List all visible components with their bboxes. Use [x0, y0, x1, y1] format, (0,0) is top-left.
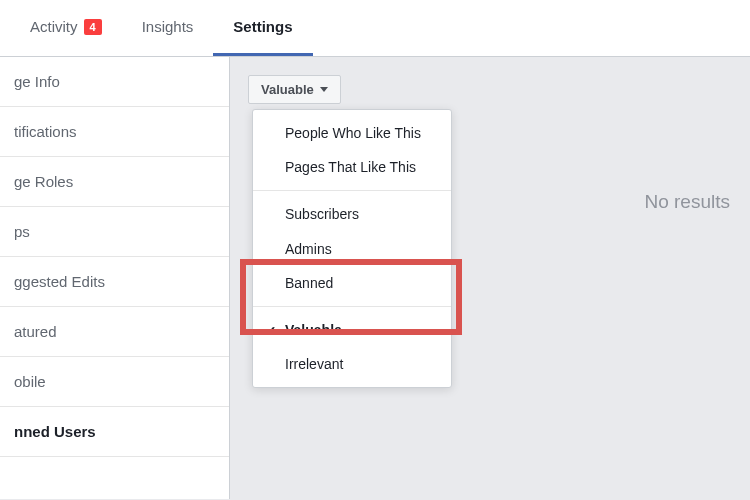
dropdown-button-label: Valuable — [261, 82, 314, 97]
sidebar-item-label: atured — [14, 323, 57, 340]
sidebar-item-label: tifications — [14, 123, 77, 140]
filter-dropdown-button[interactable]: Valuable — [248, 75, 341, 104]
sidebar-item-apps[interactable]: ps — [0, 207, 229, 257]
dropdown-item-label: Irrelevant — [285, 356, 343, 372]
tab-activity[interactable]: Activity 4 — [10, 0, 122, 56]
sidebar-item-label: obile — [14, 373, 46, 390]
check-icon: ✓ — [265, 322, 277, 340]
sidebar-item-notifications[interactable]: tifications — [0, 107, 229, 157]
dropdown-item-banned[interactable]: Banned — [253, 266, 451, 300]
tab-label: Insights — [142, 18, 194, 35]
dropdown-item-admins[interactable]: Admins — [253, 232, 451, 266]
sidebar-item-page-roles[interactable]: ge Roles — [0, 157, 229, 207]
main-panel: Valuable People Who Like This Pages That… — [230, 57, 750, 499]
sidebar-item-featured[interactable]: atured — [0, 307, 229, 357]
dropdown-item-valuable[interactable]: ✓ Valuable — [253, 313, 451, 347]
sidebar-item-label: ge Roles — [14, 173, 73, 190]
dropdown-item-label: People Who Like This — [285, 125, 421, 141]
dropdown-item-pages-that-like[interactable]: Pages That Like This — [253, 150, 451, 184]
sidebar-item-label: ps — [14, 223, 30, 240]
dropdown-item-irrelevant[interactable]: Irrelevant — [253, 347, 451, 381]
dropdown-item-label: Subscribers — [285, 206, 359, 222]
sidebar-item-label: ge Info — [14, 73, 60, 90]
sidebar-item-page-info[interactable]: ge Info — [0, 57, 229, 107]
sidebar-item-mobile[interactable]: obile — [0, 357, 229, 407]
settings-sidebar: ge Info tifications ge Roles ps ggested … — [0, 57, 230, 499]
filter-dropdown-menu: People Who Like This Pages That Like Thi… — [252, 109, 452, 388]
content-area: ge Info tifications ge Roles ps ggested … — [0, 57, 750, 499]
dropdown-item-label: Pages That Like This — [285, 159, 416, 175]
top-nav: Activity 4 Insights Settings — [0, 0, 750, 57]
tab-label: Settings — [233, 18, 292, 35]
activity-badge: 4 — [84, 19, 102, 35]
dropdown-item-label: Valuable — [285, 322, 342, 338]
dropdown-item-label: Admins — [285, 241, 332, 257]
sidebar-item-suggested-edits[interactable]: ggested Edits — [0, 257, 229, 307]
sidebar-item-label: nned Users — [14, 423, 96, 440]
tab-insights[interactable]: Insights — [122, 0, 214, 56]
no-results-text: No results — [644, 191, 730, 213]
dropdown-divider — [253, 306, 451, 307]
caret-down-icon — [320, 87, 328, 92]
sidebar-item-banned-users[interactable]: nned Users — [0, 407, 229, 457]
dropdown-item-subscribers[interactable]: Subscribers — [253, 197, 451, 231]
dropdown-divider — [253, 190, 451, 191]
dropdown-item-people-who-like[interactable]: People Who Like This — [253, 116, 451, 150]
tab-settings[interactable]: Settings — [213, 0, 312, 56]
tab-label: Activity — [30, 18, 78, 35]
sidebar-item-label: ggested Edits — [14, 273, 105, 290]
dropdown-item-label: Banned — [285, 275, 333, 291]
